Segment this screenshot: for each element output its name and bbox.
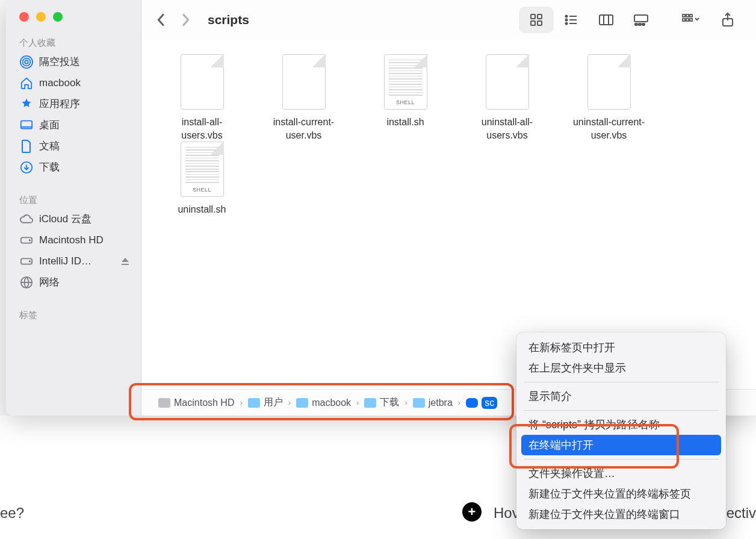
context-menu-item[interactable]: 新建位于文件夹位置的终端窗口 (516, 504, 726, 525)
group-button[interactable] (673, 7, 708, 33)
svg-rect-11 (538, 14, 542, 19)
view-list-button[interactable] (554, 7, 589, 33)
breadcrumb-item[interactable]: 下载 (364, 396, 399, 409)
svg-rect-12 (531, 21, 535, 25)
shell-file-icon: SHELL (181, 142, 224, 197)
folder-icon (248, 398, 260, 408)
file-item[interactable]: install-all-users.vbs (152, 54, 252, 142)
context-menu-item[interactable]: 文件夹操作设置… (516, 463, 726, 484)
file-item[interactable]: SHELLuninstall.sh (152, 142, 252, 216)
file-name-label: install-all-users.vbs (181, 116, 222, 142)
toolbar: scripts (141, 0, 756, 40)
context-menu-item[interactable]: 将 “scripts” 拷贝为路径名称 (516, 414, 726, 435)
file-icon (587, 54, 631, 110)
breadcrumb-item[interactable]: macbook (296, 397, 351, 408)
svg-point-14 (566, 16, 568, 17)
eject-icon[interactable] (120, 257, 130, 266)
breadcrumb-item[interactable]: sc (466, 397, 497, 409)
chevron-icon: › (287, 398, 293, 407)
file-item[interactable]: SHELLinstall.sh (356, 54, 455, 142)
breadcrumb-label: Macintosh HD (174, 397, 234, 408)
sidebar-item-airdrop[interactable]: 隔空投送 (6, 51, 141, 72)
sidebar-item-applications[interactable]: 应用程序 (6, 93, 141, 114)
context-menu-item[interactable]: 显示简介 (516, 386, 726, 407)
plus-fab[interactable]: + (462, 502, 482, 522)
sidebar-item-macintosh-hd[interactable]: Macintosh HD (6, 229, 141, 251)
breadcrumb-item[interactable]: jetbra (413, 397, 453, 408)
sidebar-item-label: 下载 (39, 160, 60, 174)
minimize-button[interactable] (36, 12, 46, 22)
svg-rect-23 (686, 14, 689, 17)
chevron-icon: › (355, 398, 361, 407)
breadcrumb-label: 用户 (264, 396, 283, 409)
file-item[interactable]: uninstall-all-users.vbs (457, 54, 557, 142)
menu-separator (524, 382, 719, 382)
breadcrumb-item[interactable]: 用户 (248, 396, 283, 409)
file-item[interactable]: install-current-user.vbs (254, 54, 353, 142)
file-kind-tag: SHELL (181, 187, 223, 193)
sidebar-section-tags: 标签 (6, 307, 141, 323)
context-menu-item[interactable]: 新建位于文件夹位置的终端标签页 (516, 484, 726, 504)
sidebar-item-label: macbook (39, 77, 81, 89)
file-name-label: uninstall-current-user.vbs (573, 116, 645, 142)
shell-file-icon: SHELL (384, 54, 427, 110)
sidebar-item-label: 隔空投送 (39, 55, 80, 69)
sidebar-item-desktop[interactable]: 桌面 (6, 114, 141, 136)
sidebar-item-label: 桌面 (39, 118, 60, 132)
context-menu-item[interactable]: 在新标签页中打开 (516, 337, 726, 358)
backdrop-text-right: Hov (494, 505, 519, 522)
svg-rect-19 (635, 23, 637, 25)
sidebar-item-documents[interactable]: 文稿 (6, 136, 141, 157)
backdrop-text-left: ee? (0, 505, 24, 522)
file-item[interactable]: uninstall-current-user.vbs (559, 54, 658, 142)
menu-separator (524, 410, 719, 411)
svg-rect-10 (531, 14, 535, 19)
view-columns-button[interactable] (589, 7, 624, 33)
sidebar-item-intellij[interactable]: IntelliJ ID… (6, 251, 141, 272)
sidebar-item-label: iCloud 云盘 (39, 212, 91, 226)
sidebar-item-home[interactable]: macbook (6, 72, 141, 93)
svg-rect-13 (538, 21, 542, 25)
close-button[interactable] (19, 12, 29, 22)
context-menu: 在新标签页中打开在上层文件夹中显示显示简介将 “scripts” 拷贝为路径名称… (516, 332, 726, 529)
globe-icon (19, 275, 33, 289)
chevron-icon: › (456, 398, 462, 407)
chevron-icon: › (403, 398, 409, 407)
sidebar-item-network[interactable]: 网络 (6, 272, 141, 293)
view-icons-button[interactable] (519, 7, 554, 33)
sidebar-item-icloud[interactable]: iCloud 云盘 (6, 208, 141, 229)
folder-icon (296, 398, 308, 408)
file-name-label: install.sh (386, 116, 424, 129)
context-menu-item[interactable]: 在终端中打开 (521, 435, 721, 455)
breadcrumb-label: sc (482, 397, 497, 409)
context-menu-item[interactable]: 在上层文件夹中显示 (516, 358, 726, 378)
zoom-button[interactable] (53, 12, 63, 22)
breadcrumb-item[interactable]: Macintosh HD (158, 397, 234, 408)
share-button[interactable] (710, 7, 745, 33)
back-button[interactable] (156, 13, 166, 27)
applications-icon (19, 97, 33, 111)
svg-rect-20 (639, 23, 641, 25)
window-title: scripts (208, 13, 249, 27)
folder-icon (413, 398, 425, 408)
disk-icon (19, 233, 33, 247)
file-icon (181, 54, 224, 110)
svg-point-1 (22, 58, 30, 66)
svg-rect-18 (634, 15, 648, 22)
svg-point-16 (566, 23, 568, 25)
file-name-label: uninstall-all-users.vbs (482, 116, 533, 142)
forward-button[interactable] (181, 13, 191, 27)
svg-point-0 (25, 60, 28, 64)
backdrop-text-tail: ectiv (727, 505, 756, 522)
sidebar-item-downloads[interactable]: 下载 (6, 157, 141, 178)
disk-icon (158, 398, 170, 408)
sidebar-item-label: 网络 (39, 275, 60, 289)
view-gallery-button[interactable] (624, 7, 658, 33)
sidebar: 个人收藏 隔空投送 macbook 应用程序 桌面 (6, 0, 141, 416)
svg-point-15 (566, 19, 568, 21)
file-kind-tag: SHELL (385, 99, 427, 105)
disk-icon (19, 254, 33, 268)
sidebar-section-favorites: 个人收藏 (6, 35, 141, 51)
sidebar-section-locations: 位置 (6, 192, 141, 208)
file-name-label: uninstall.sh (178, 203, 226, 216)
